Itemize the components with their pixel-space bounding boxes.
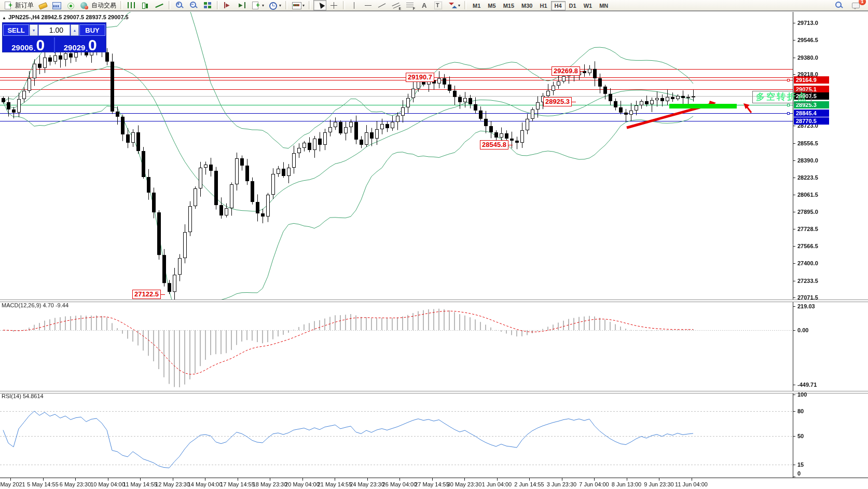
price-axis-badge: 28770.5 bbox=[794, 117, 829, 125]
auto-scroll-icon bbox=[223, 1, 233, 10]
price-annotation-label[interactable]: 28545.8 bbox=[480, 140, 508, 150]
new-chart-button[interactable]: ▾ bbox=[250, 0, 266, 10]
chevron-down-icon: ▾ bbox=[279, 3, 281, 8]
metaeditor-button[interactable] bbox=[36, 0, 49, 10]
volume-input[interactable] bbox=[38, 24, 70, 36]
crosshair-button[interactable] bbox=[327, 0, 340, 10]
timeframe-mn-button[interactable]: MN bbox=[596, 1, 612, 10]
fibonacci-icon bbox=[405, 1, 415, 10]
toolbar-right-group: 1 bbox=[833, 0, 866, 10]
sell-button[interactable]: SELL bbox=[3, 24, 29, 36]
timeframe-m30-button[interactable]: M30 bbox=[518, 1, 536, 10]
timeframe-m5-button[interactable]: M5 bbox=[484, 1, 499, 10]
timeframe-w1-button[interactable]: W1 bbox=[580, 1, 596, 10]
timeframe-d1-button[interactable]: D1 bbox=[566, 1, 580, 10]
toolbar-separator bbox=[464, 1, 466, 9]
macd-axis-label: 219.03 bbox=[797, 303, 815, 309]
chevron-down-icon: ▾ bbox=[302, 3, 305, 8]
arrows-button[interactable]: ▾ bbox=[446, 0, 462, 10]
notifications-button[interactable]: 1 bbox=[850, 0, 863, 10]
cursor-button[interactable] bbox=[313, 0, 326, 10]
chart-overlays: 29713.029546.529380.029218.028723.028556… bbox=[0, 0, 868, 489]
time-axis-label: 11 Jun 04:00 bbox=[663, 481, 720, 487]
periods-button[interactable]: ▾ bbox=[267, 0, 283, 10]
line-handle[interactable] bbox=[787, 79, 790, 82]
price-annotation-label[interactable]: 27122.5 bbox=[132, 290, 161, 299]
highlight-bar-annotation[interactable] bbox=[669, 104, 737, 108]
price-axis-badge: 29164.9 bbox=[794, 76, 829, 84]
buy-button[interactable]: BUY bbox=[79, 24, 105, 36]
price-annotation-label[interactable]: 28925.3 bbox=[543, 97, 572, 106]
candlestick-button[interactable] bbox=[139, 0, 152, 10]
autotrading-button[interactable]: 自动交易 bbox=[78, 0, 118, 10]
toolbar-separator bbox=[285, 1, 287, 9]
cursor-arrow-tail[interactable] bbox=[747, 106, 751, 113]
bar-chart-button[interactable] bbox=[125, 0, 138, 10]
annotation-note[interactable]: 多空转折点 bbox=[752, 91, 811, 103]
mt4-window: 新订单 自动交易 + − ▾ ▾ ▾ ▾ bbox=[0, 0, 868, 489]
fibonacci-button[interactable] bbox=[404, 0, 417, 10]
text-icon bbox=[419, 1, 429, 10]
tile-windows-button[interactable] bbox=[201, 0, 214, 10]
notification-badge: 1 bbox=[859, 0, 866, 5]
volume-decrease-button[interactable]: ▾ bbox=[30, 24, 38, 36]
zoom-in-button[interactable]: + bbox=[173, 0, 186, 10]
line-handle[interactable] bbox=[787, 104, 790, 106]
sell-price-main: 29006 bbox=[11, 43, 33, 52]
trendline-icon bbox=[377, 1, 387, 10]
collapse-triangle-icon[interactable]: ▲ bbox=[2, 16, 6, 20]
equidistant-channel-button[interactable] bbox=[390, 0, 403, 10]
rsi-axis-label: 80 bbox=[797, 408, 804, 414]
price-axis-tick: 27895.0 bbox=[797, 209, 818, 215]
rsi-axis-label: 50 bbox=[797, 433, 804, 439]
trade-panel-controls: SELL ▾ ▴ BUY bbox=[3, 23, 106, 37]
new-order-button[interactable]: 新订单 bbox=[2, 0, 35, 10]
crosshair-icon bbox=[329, 1, 339, 10]
text-button[interactable] bbox=[418, 0, 431, 10]
line-chart-button[interactable] bbox=[153, 0, 166, 10]
sell-price[interactable]: 29006.0 bbox=[3, 37, 54, 53]
buy-price-main: 29029 bbox=[64, 43, 86, 52]
price-axis-tick: 29713.0 bbox=[797, 20, 818, 26]
rsi-axis-label: 15 bbox=[797, 461, 804, 468]
charts-button[interactable] bbox=[50, 0, 63, 10]
channel-icon bbox=[391, 1, 401, 10]
chart-shift-icon bbox=[237, 1, 247, 10]
indicators-button[interactable]: ▾ bbox=[290, 0, 306, 10]
bar-chart-icon bbox=[127, 1, 136, 10]
cursor-arrow-annotation[interactable] bbox=[743, 103, 750, 109]
search-button[interactable] bbox=[833, 0, 846, 10]
timeframe-m15-button[interactable]: M15 bbox=[500, 1, 518, 10]
zoom-out-button[interactable]: − bbox=[187, 0, 200, 10]
trade-panel-prices: 29006.0 29029.0 bbox=[3, 37, 106, 53]
auto-scroll-button[interactable] bbox=[222, 0, 235, 10]
vertical-line-button[interactable] bbox=[348, 0, 361, 10]
quote-title: JPN225-,H4 28942.5 29007.5 28937.5 29007… bbox=[8, 14, 129, 20]
chart-quote-line: ▲JPN225-,H4 28942.5 29007.5 28937.5 2900… bbox=[2, 14, 129, 20]
price-axis-tick: 29380.0 bbox=[797, 55, 818, 61]
timeframe-h4-button[interactable]: H4 bbox=[551, 1, 566, 10]
buy-price[interactable]: 29029.0 bbox=[55, 37, 106, 53]
chevron-down-icon: ▾ bbox=[262, 3, 264, 8]
line-handle[interactable] bbox=[787, 112, 790, 115]
timeframe-m1-button[interactable]: M1 bbox=[469, 1, 484, 10]
chart-shift-button[interactable] bbox=[236, 0, 249, 10]
rsi-axis-label: 0 bbox=[797, 470, 801, 477]
timeframe-h1-button[interactable]: H1 bbox=[536, 1, 550, 10]
toolbar-separator bbox=[217, 1, 219, 9]
volume-increase-button[interactable]: ▴ bbox=[71, 24, 79, 36]
pane-separator[interactable] bbox=[0, 391, 868, 393]
signals-button[interactable] bbox=[64, 0, 77, 10]
price-annotation-label[interactable]: 29190.7 bbox=[406, 73, 434, 82]
price-axis-tick: 28061.5 bbox=[797, 192, 818, 198]
pane-separator[interactable] bbox=[0, 300, 868, 302]
text-label-button[interactable] bbox=[432, 0, 445, 10]
rsi-axis-label: 100 bbox=[797, 391, 807, 398]
price-axis-tick: 27728.5 bbox=[797, 226, 818, 232]
macd-axis-label: 0.00 bbox=[797, 327, 808, 333]
horizontal-line-button[interactable] bbox=[362, 0, 375, 10]
price-axis-tick: 29546.5 bbox=[797, 37, 818, 43]
indicators-icon bbox=[292, 1, 301, 10]
trendline-button[interactable] bbox=[376, 0, 389, 10]
price-annotation-label[interactable]: 29269.8 bbox=[552, 66, 580, 76]
